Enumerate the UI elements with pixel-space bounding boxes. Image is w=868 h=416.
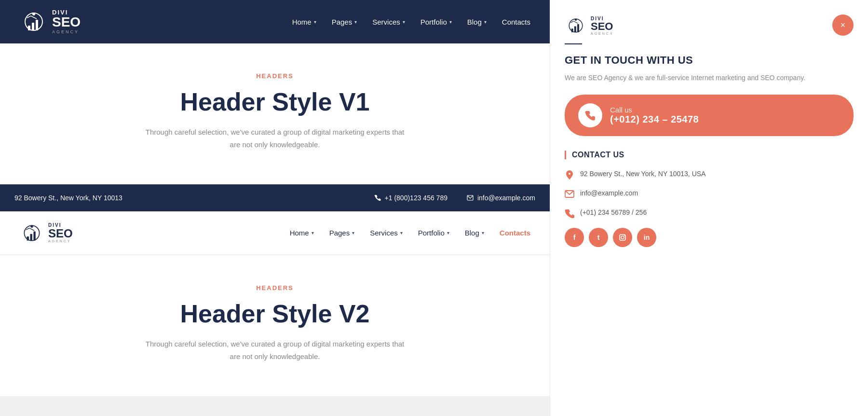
chevron-down-icon: ▾ [352,230,354,236]
close-button[interactable]: × [832,14,854,36]
nav-menu-v1: Home ▾ Pages ▾ Services ▾ Portfolio ▾ Bl… [292,18,530,26]
call-us-button[interactable]: Call us (+012) 234 – 25478 [565,95,854,136]
social-row: f t in [565,228,854,247]
main-content: DIVI SEO AGENCY Home ▾ Pages ▾ Services … [0,0,550,416]
logo-seo-v2: SEO [48,228,73,239]
nav-item-services[interactable]: Services ▾ [372,18,405,26]
svg-rect-1 [28,26,30,30]
nav-item-contacts[interactable]: Contacts [502,18,530,26]
svg-rect-9 [27,236,29,240]
logo-icon-v2 [19,221,44,246]
svg-point-12 [30,225,33,227]
contact-phone: (+01) 234 56789 / 256 [580,208,647,218]
nav-v2-pages[interactable]: Pages ▾ [329,229,355,237]
call-number: (+012) 234 – 25478 [610,114,699,125]
logo-v1[interactable]: DIVI SEO AGENCY [19,7,81,36]
chevron-down-icon: ▾ [354,19,357,25]
info-bar: 92 Bowery St., New York, NY 10013 +1 (80… [0,184,550,211]
hero-desc-v2: Through careful selection, we've curated… [140,338,410,362]
svg-line-14 [29,228,34,230]
logo-seo-label: SEO [52,15,81,29]
contact-section-title: CONTACT US [565,151,854,159]
svg-rect-10 [30,234,32,240]
instagram-icon [619,234,626,241]
chevron-down-icon: ▾ [447,230,449,236]
contact-phone-icon [565,208,574,218]
svg-rect-18 [577,24,579,32]
social-facebook[interactable]: f [565,228,584,247]
social-linkedin[interactable]: in [637,228,656,247]
panel-logo-seo: SEO [591,21,614,32]
svg-line-6 [31,16,37,19]
location-icon [565,170,574,180]
chevron-down-icon: ▾ [482,230,484,236]
nav-v2-services[interactable]: Services ▾ [370,229,403,237]
nav-v2-home[interactable]: Home ▾ [290,229,314,237]
svg-point-25 [624,235,625,236]
social-instagram[interactable] [613,228,632,247]
chevron-down-icon: ▾ [400,230,403,236]
navbar-v2: DIVI SEO AGENCY Home ▾ Pages ▾ Services … [0,211,550,255]
contact-email-icon [565,189,574,199]
email-icon [467,195,474,201]
svg-rect-16 [571,28,573,32]
nav-v2-portfolio[interactable]: Portfolio ▾ [418,229,449,237]
nav-item-portfolio[interactable]: Portfolio ▾ [420,18,452,26]
svg-rect-11 [33,231,35,240]
hero-desc-v1: Through careful selection, we've curated… [140,126,410,151]
section-label-v1: HEADERS [19,72,530,80]
svg-rect-2 [32,23,34,30]
social-twitter[interactable]: t [589,228,608,247]
call-icon-circle [578,103,602,127]
contact-email-item: info@example.com [565,188,854,199]
email-text: info@example.com [477,194,535,202]
svg-line-21 [573,21,578,24]
nav-menu-v2: Home ▾ Pages ▾ Services ▾ Portfolio ▾ Bl… [290,229,530,237]
call-text: Call us (+012) 234 – 25478 [610,106,699,125]
chevron-down-icon: ▾ [484,19,487,25]
chevron-down-icon: ▾ [403,19,405,25]
hero-title-v2: Header Style V2 [19,299,530,328]
navbar-v1: DIVI SEO AGENCY Home ▾ Pages ▾ Services … [0,0,550,43]
panel-title: GET IN TOUCH WITH US [565,54,854,67]
phone-text: +1 (800)123 456 789 [385,194,448,202]
panel-logo-agency: AGENCY [591,32,614,35]
chevron-down-icon: ▾ [314,19,316,25]
nav-v2-blog[interactable]: Blog ▾ [465,229,484,237]
svg-rect-17 [574,27,576,32]
svg-rect-3 [36,20,38,30]
chevron-down-icon: ▾ [449,19,452,25]
hero-section-v1: HEADERS Header Style V1 Through careful … [0,43,550,184]
svg-point-4 [32,13,35,15]
svg-point-24 [621,236,624,239]
nav-item-blog[interactable]: Blog ▾ [467,18,487,26]
logo-agency-label: AGENCY [52,30,81,34]
panel-subtitle: We are SEO Agency & we are full-service … [565,72,854,83]
address-text: 92 Bowery St., New York, NY 10013 [14,194,122,202]
svg-point-19 [575,18,577,21]
right-panel: DIVI SEO AGENCY × GET IN TOUCH WITH US W… [550,0,868,416]
phone-call-icon [585,110,596,121]
panel-logo-icon [565,14,587,37]
nav-item-home[interactable]: Home ▾ [292,18,316,26]
contact-email: info@example.com [580,188,638,198]
panel-divider [565,43,582,44]
nav-item-pages[interactable]: Pages ▾ [332,18,357,26]
chevron-down-icon: ▾ [312,230,314,236]
call-label: Call us [610,106,699,114]
hero-section-v2: HEADERS Header Style V2 Through careful … [0,255,550,396]
nav-v2-contacts[interactable]: Contacts [500,229,530,237]
section-label-v2: HEADERS [19,284,530,291]
panel-logo: DIVI SEO AGENCY [565,14,614,37]
contact-address-item: 92 Bowery St., New York, NY 10013, USA [565,169,854,180]
logo-v2[interactable]: DIVI SEO AGENCY [19,221,73,246]
hero-title-v1: Header Style V1 [19,87,530,116]
panel-header: DIVI SEO AGENCY × [565,14,854,37]
phone-icon [374,194,381,201]
contact-phone-item: (+01) 234 56789 / 256 [565,208,854,218]
contact-address: 92 Bowery St., New York, NY 10013, USA [580,169,705,179]
logo-agency-v2: AGENCY [48,239,73,243]
